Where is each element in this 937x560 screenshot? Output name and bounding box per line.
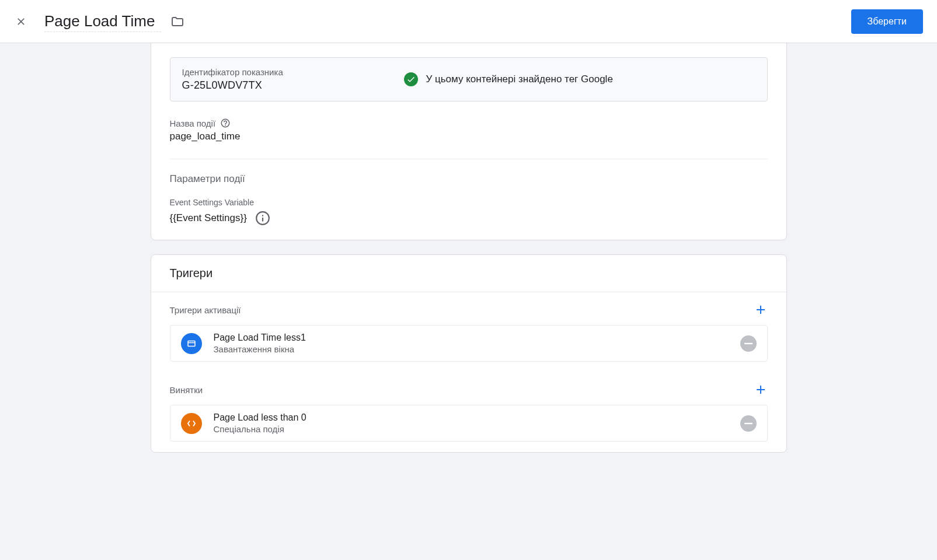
info-icon[interactable]	[255, 211, 270, 226]
add-activation-trigger-icon[interactable]	[754, 303, 768, 317]
svg-rect-2	[188, 341, 195, 346]
triggers-card: Тригери Тригери активації Page Load Time…	[151, 254, 787, 453]
google-tag-status: У цьому контейнері знайдено тег Google	[404, 72, 613, 86]
add-exception-icon[interactable]	[754, 383, 768, 397]
trigger-type: Завантаження вікна	[214, 344, 729, 354]
measurement-id-value: G-25L0WDV7TX	[182, 79, 381, 92]
svg-rect-4	[744, 342, 753, 344]
google-tag-found-text: У цьому контейнері знайдено тег Google	[426, 74, 613, 85]
measurement-id-label: Ідентифікатор показника	[182, 67, 381, 77]
trigger-name: Page Load less than 0	[214, 412, 729, 423]
trigger-row[interactable]: Page Load Time less1 Завантаження вікна	[170, 325, 768, 362]
triggers-title: Тригери	[170, 267, 768, 280]
measurement-id-row: Ідентифікатор показника G-25L0WDV7TX У ц…	[170, 57, 768, 102]
svg-point-0	[221, 119, 229, 127]
svg-rect-5	[744, 422, 753, 424]
event-params-title: Параметри події	[170, 173, 768, 185]
trigger-row[interactable]: Page Load less than 0 Спеціальна подія	[170, 405, 768, 442]
modal-header: Зберегти	[0, 0, 937, 43]
activation-triggers-label: Тригери активації	[170, 305, 241, 315]
trigger-name: Page Load Time less1	[214, 332, 729, 343]
settings-variable-label: Event Settings Variable	[170, 198, 768, 207]
custom-event-icon	[181, 413, 202, 434]
remove-trigger-icon[interactable]	[740, 415, 757, 432]
save-button[interactable]: Зберегти	[851, 9, 923, 34]
tag-config-card: Ідентифікатор показника G-25L0WDV7TX У ц…	[151, 43, 787, 240]
trigger-type: Спеціальна подія	[214, 424, 729, 434]
folder-icon[interactable]	[170, 15, 184, 29]
exceptions-label: Винятки	[170, 385, 203, 395]
help-icon[interactable]	[220, 118, 231, 128]
check-circle-icon	[404, 72, 418, 86]
close-icon[interactable]	[14, 15, 28, 29]
tag-title-input[interactable]	[44, 11, 161, 32]
remove-trigger-icon[interactable]	[740, 335, 757, 352]
event-name-value: page_load_time	[170, 131, 768, 142]
window-loaded-icon	[181, 333, 202, 354]
settings-variable-value: {{Event Settings}}	[170, 212, 247, 224]
event-name-label: Назва події	[170, 118, 216, 128]
